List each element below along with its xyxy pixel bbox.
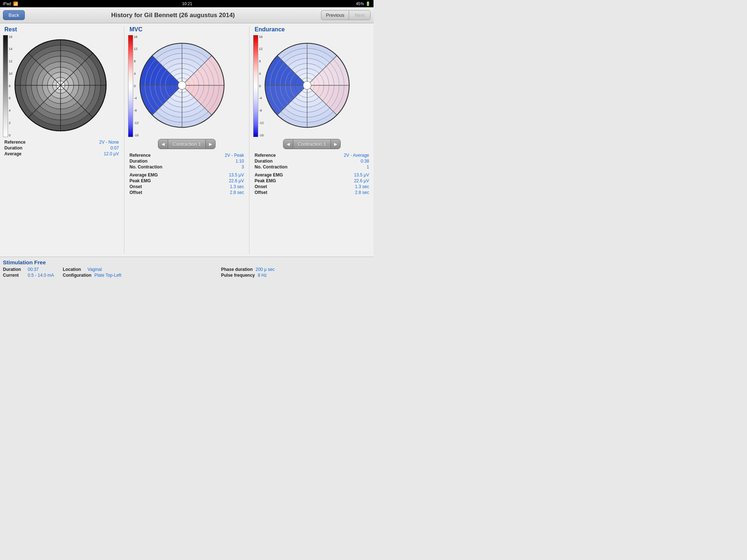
- rest-scale-labels: 16 14 12 10 8 6 4 2 0: [9, 35, 12, 137]
- mvc-stats: Reference 2V - Peak Duration 1:10 No. Co…: [128, 151, 245, 198]
- endurance-peak-emg-value: 22.6 μV: [354, 178, 369, 183]
- nav-title: History for Gil Bennett (26 augustus 201…: [25, 12, 321, 19]
- endurance-no-contraction-label: No. Contraction: [255, 164, 287, 170]
- nav-pagination: Previous Next: [321, 10, 371, 20]
- rest-stats: Reference 2V - None Duration 0:07 Averag…: [3, 137, 120, 159]
- panels-row: Rest 16 14 12 10 8 6 4 2 0: [0, 23, 374, 257]
- mvc-duration-value: 1:10: [236, 159, 244, 164]
- bottom-col-2: Location Vaginal Configuration Plate Top…: [63, 267, 212, 278]
- endurance-stats: Reference 2V - Average Duration 0:38 No.…: [253, 151, 371, 198]
- endurance-no-contraction-value: 1: [367, 164, 369, 170]
- device-label: iPad: [3, 1, 11, 6]
- stimulation-free-title: Stimulation Free: [3, 259, 371, 265]
- svg-point-31: [178, 81, 186, 89]
- time-display: 10:21: [182, 1, 192, 6]
- back-button[interactable]: Back: [3, 10, 25, 20]
- bottom-pulse-value: 8 Hz: [258, 273, 267, 278]
- bottom-duration-row: Duration 00:37: [3, 267, 54, 272]
- rest-reference-value: 2V - None: [99, 140, 119, 145]
- endurance-avg-emg-row: Average EMG 13.5 μV: [255, 172, 369, 178]
- mvc-onset-label: Onset: [129, 184, 142, 189]
- previous-button[interactable]: Previous: [321, 10, 349, 20]
- mvc-offset-value: 2.8 sec: [230, 190, 244, 195]
- rest-average-value: 12.0 μV: [104, 151, 119, 156]
- rest-average-label: Average: [4, 151, 22, 156]
- mvc-avg-emg-label: Average EMG: [129, 172, 158, 178]
- endurance-duration-value: 0:38: [361, 159, 369, 164]
- rest-duration-label: Duration: [4, 145, 22, 151]
- mvc-contraction-label: Contraction 1: [168, 139, 205, 149]
- endurance-avg-emg-label: Average EMG: [255, 172, 283, 178]
- wifi-icon: 📶: [13, 1, 18, 6]
- sep-1: [124, 26, 124, 254]
- mvc-onset-value: 1.3 sec: [230, 184, 244, 189]
- rest-panel: Rest 16 14 12 10 8 6 4 2 0: [3, 26, 120, 254]
- endurance-reference-label: Reference: [255, 153, 276, 158]
- endurance-onset-row: Onset 1.3 sec: [255, 184, 369, 189]
- bottom-location-label: Location: [63, 267, 85, 272]
- mvc-reference-value: 2V - Peak: [225, 153, 244, 158]
- bottom-location-value: Vaginal: [88, 267, 102, 272]
- status-left: iPad 📶: [3, 1, 18, 6]
- battery-icon: 🔋: [365, 1, 371, 6]
- mvc-polar-chart: [138, 34, 245, 137]
- main-content: Rest 16 14 12 10 8 6 4 2 0: [0, 23, 374, 280]
- bottom-configuration-row: Configuration Plate Top-Left: [63, 273, 212, 278]
- mvc-next-contraction[interactable]: ▶: [205, 139, 216, 149]
- endurance-offset-label: Offset: [255, 190, 267, 195]
- bottom-col-3: Phase duration 200 μ sec Pulse frequency…: [221, 267, 371, 278]
- mvc-color-scale: 16 12 8 4 0 -4 -8 -12 -16: [128, 35, 137, 137]
- bottom-current-row: Current 0.5 - 14.0 mA: [3, 273, 54, 278]
- rest-gray-scale: 16 14 12 10 8 6 4 2 0: [3, 35, 12, 137]
- mvc-avg-emg-value: 13.5 μV: [229, 172, 244, 178]
- endurance-panel: Endurance 16 12 8 4 0 -4 -8 -12 -16: [253, 26, 371, 254]
- bottom-duration-value: 00:37: [28, 267, 39, 272]
- endurance-title: Endurance: [253, 26, 285, 33]
- nav-bar: Back History for Gil Bennett (26 augustu…: [0, 7, 374, 23]
- bottom-current-label: Current: [3, 273, 25, 278]
- mvc-duration-row: Duration 1:10: [129, 159, 244, 164]
- rest-reference-label: Reference: [4, 140, 26, 145]
- mvc-panel: MVC 16 12 8 4 0 -4 -8 -12 -16: [128, 26, 245, 254]
- rest-polar-chart: [13, 34, 120, 137]
- status-bar: iPad 📶 10:21 45% 🔋: [0, 0, 374, 7]
- endurance-polar-chart: [263, 34, 371, 137]
- endurance-peak-emg-row: Peak EMG 22.6 μV: [255, 178, 369, 183]
- mvc-offset-label: Offset: [129, 190, 142, 195]
- endurance-scale-labels: 16 12 8 4 0 -4 -8 -12 -16: [259, 35, 264, 137]
- endurance-duration-label: Duration: [255, 159, 272, 164]
- endurance-avg-emg-value: 13.5 μV: [354, 172, 369, 178]
- bottom-duration-label: Duration: [3, 267, 25, 272]
- endurance-next-contraction[interactable]: ▶: [330, 139, 341, 149]
- bottom-pulse-label: Pulse frequency: [221, 273, 255, 278]
- endurance-offset-value: 2.8 sec: [355, 190, 369, 195]
- bottom-phase-label: Phase duration: [221, 267, 253, 272]
- next-button[interactable]: Next: [349, 10, 371, 20]
- bottom-location-row: Location Vaginal: [63, 267, 212, 272]
- endurance-contraction-nav: ◀ Contraction 1 ▶: [253, 139, 371, 149]
- mvc-title: MVC: [128, 26, 143, 33]
- rest-title: Rest: [3, 26, 17, 33]
- bottom-current-value: 0.5 - 14.0 mA: [28, 273, 54, 278]
- endurance-duration-row: Duration 0:38: [255, 159, 369, 164]
- bottom-phase-row: Phase duration 200 μ sec: [221, 267, 371, 272]
- sep-2: [249, 26, 249, 254]
- mvc-no-contraction-row: No. Contraction 3: [129, 164, 244, 170]
- endurance-onset-value: 1.3 sec: [355, 184, 369, 189]
- mvc-prev-contraction[interactable]: ◀: [158, 139, 168, 149]
- mvc-onset-row: Onset 1.3 sec: [129, 184, 244, 189]
- mvc-duration-label: Duration: [129, 159, 147, 164]
- mvc-no-contraction-value: 3: [241, 164, 244, 170]
- bottom-phase-value: 200 μ sec: [256, 267, 275, 272]
- endurance-color-scale: 16 12 8 4 0 -4 -8 -12 -16: [253, 35, 262, 137]
- endurance-contraction-label: Contraction 1: [293, 139, 330, 149]
- endurance-no-contraction-row: No. Contraction 1: [255, 164, 369, 170]
- mvc-peak-emg-value: 22.6 μV: [229, 178, 244, 183]
- endurance-reference-value: 2V - Average: [344, 153, 369, 158]
- mvc-scale-labels: 16 12 8 4 0 -4 -8 -12 -16: [134, 35, 139, 137]
- endurance-offset-row: Offset 2.8 sec: [255, 190, 369, 195]
- endurance-peak-emg-label: Peak EMG: [255, 178, 276, 183]
- endurance-prev-contraction[interactable]: ◀: [283, 139, 293, 149]
- mvc-offset-row: Offset 2.8 sec: [129, 190, 244, 195]
- bottom-col-1: Duration 00:37 Current 0.5 - 14.0 mA: [3, 267, 54, 278]
